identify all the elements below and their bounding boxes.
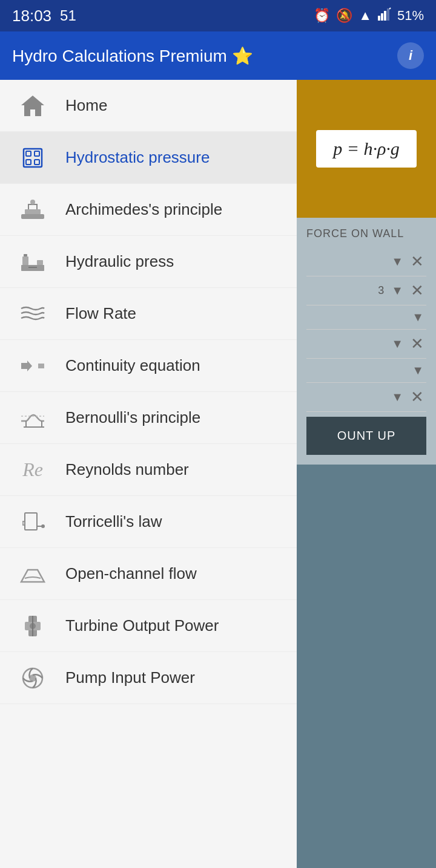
close-x-1[interactable]: ✕ — [411, 252, 424, 271]
formula-box: p = h·ρ·g — [297, 80, 436, 218]
dropdown-arrow-4[interactable]: ▼ — [391, 337, 403, 351]
drawer-item-archimedes[interactable]: Archimedes's principle — [0, 184, 297, 236]
drawer-item-flowrate[interactable]: Flow Rate — [0, 288, 297, 340]
svg-rect-6 — [26, 151, 31, 156]
count-up-button[interactable]: OUNT UP — [306, 417, 426, 455]
svg-line-4 — [389, 8, 391, 9]
svg-rect-8 — [35, 151, 39, 156]
background-content: p = h·ρ·g FORCE ON WALL ▼ ✕ 3 ▼ ✕ ▼ ▼ ✕ … — [297, 80, 436, 868]
svg-rect-3 — [387, 8, 389, 21]
svg-point-29 — [29, 674, 36, 682]
mute-icon: 🔕 — [336, 8, 352, 24]
force-on-wall-section: FORCE ON WALL ▼ ✕ 3 ▼ ✕ ▼ ▼ ✕ ▼ ▼ ✕ — [297, 218, 436, 465]
home-icon — [15, 88, 51, 124]
row2-value: 3 — [378, 284, 384, 297]
svg-rect-14 — [22, 256, 28, 265]
bg-row-3: ▼ — [306, 305, 426, 330]
dropdown-arrow-6[interactable]: ▼ — [391, 390, 403, 404]
reynolds-label: Reynolds number — [65, 460, 189, 479]
dropdown-arrow-3[interactable]: ▼ — [412, 310, 424, 324]
svg-rect-18 — [25, 513, 37, 530]
close-x-6[interactable]: ✕ — [411, 388, 424, 406]
status-num: 51 — [60, 7, 76, 24]
close-x-2[interactable]: ✕ — [411, 281, 424, 300]
pump-label: Pump Input Power — [65, 668, 195, 687]
bernoulli-icon — [15, 400, 51, 436]
status-icons: ⏰ 🔕 ▲ 51% — [314, 7, 424, 24]
flowrate-label: Flow Rate — [65, 304, 136, 323]
drawer-item-pump[interactable]: Pump Input Power — [0, 652, 297, 704]
dropdown-arrow-1[interactable]: ▼ — [391, 255, 403, 269]
app-title: Hydro Calculations Premium ⭐ — [12, 46, 397, 66]
signal-icon — [378, 7, 391, 24]
svg-rect-1 — [381, 13, 383, 21]
svg-rect-2 — [384, 11, 386, 21]
svg-rect-11 — [25, 209, 41, 214]
home-label: Home — [65, 96, 107, 115]
turbine-icon — [15, 608, 51, 644]
formula-text: p = h·ρ·g — [333, 139, 400, 158]
reynolds-icon: Re — [15, 452, 51, 488]
main-container: p = h·ρ·g FORCE ON WALL ▼ ✕ 3 ▼ ✕ ▼ ▼ ✕ … — [0, 80, 436, 868]
svg-rect-15 — [37, 260, 43, 265]
drawer-item-openchannel[interactable]: Open-channel flow — [0, 548, 297, 600]
bg-row-1: ▼ ✕ — [306, 247, 426, 276]
dropdown-arrow-5[interactable]: ▼ — [412, 364, 424, 377]
bg-row-4: ▼ ✕ — [306, 330, 426, 359]
premium-star: ⭐ — [232, 47, 253, 65]
bernoulli-label: Bernoulli's principle — [65, 408, 200, 427]
drawer-item-bernoulli[interactable]: Bernoulli's principle — [0, 392, 297, 444]
battery-indicator: 51% — [397, 8, 424, 24]
info-button[interactable]: i — [397, 42, 424, 69]
hydraulic-icon — [15, 244, 51, 280]
wifi-icon: ▲ — [358, 8, 372, 24]
drawer-item-reynolds[interactable]: Re Reynolds number — [0, 444, 297, 496]
svg-rect-9 — [35, 160, 39, 165]
torricelli-icon — [15, 504, 51, 540]
app-header: Hydro Calculations Premium ⭐ i — [0, 31, 436, 80]
openchannel-icon — [15, 556, 51, 592]
svg-rect-16 — [24, 254, 27, 256]
drawer-item-torricelli[interactable]: Torricelli's law — [0, 496, 297, 548]
hydrostatic-icon — [15, 140, 51, 176]
archimedes-label: Archimedes's principle — [65, 200, 222, 219]
hydrostatic-label: Hydrostatic pressure — [65, 148, 210, 167]
status-time: 18:03 — [12, 7, 51, 25]
bg-row-6: ▼ ✕ — [306, 383, 426, 412]
drawer-item-turbine[interactable]: Turbine Output Power — [0, 600, 297, 652]
dropdown-arrow-2[interactable]: ▼ — [391, 284, 403, 298]
bg-row-5: ▼ — [306, 359, 426, 383]
continuity-icon — [15, 348, 51, 384]
drawer-item-hydrostatic[interactable]: Hydrostatic pressure — [0, 132, 297, 184]
force-on-wall-label: FORCE ON WALL — [306, 227, 426, 240]
hydraulic-label: Hydraulic press — [65, 252, 174, 271]
svg-point-12 — [30, 200, 35, 204]
turbine-label: Turbine Output Power — [65, 616, 219, 635]
navigation-drawer: Home Hydrostatic pressure — [0, 80, 297, 868]
drawer-item-home[interactable]: Home — [0, 80, 297, 132]
svg-rect-7 — [26, 160, 31, 165]
flowrate-icon — [15, 296, 51, 332]
alarm-icon: ⏰ — [314, 8, 330, 24]
drawer-item-hydraulic[interactable]: Hydraulic press — [0, 236, 297, 288]
torricelli-label: Torricelli's law — [65, 512, 162, 531]
re-text: Re — [22, 458, 43, 481]
continuity-label: Continuity equation — [65, 356, 200, 375]
archimedes-icon — [15, 192, 51, 228]
svg-rect-0 — [378, 16, 380, 21]
formula-inner: p = h·ρ·g — [316, 130, 417, 168]
drawer-item-continuity[interactable]: Continuity equation — [0, 340, 297, 392]
svg-rect-10 — [21, 214, 44, 219]
openchannel-label: Open-channel flow — [65, 564, 197, 583]
status-bar: 18:03 51 ⏰ 🔕 ▲ 51% — [0, 0, 436, 31]
svg-point-20 — [41, 524, 45, 528]
bg-row-2: 3 ▼ ✕ — [306, 276, 426, 305]
pump-icon — [15, 660, 51, 696]
close-x-4[interactable]: ✕ — [411, 334, 424, 353]
